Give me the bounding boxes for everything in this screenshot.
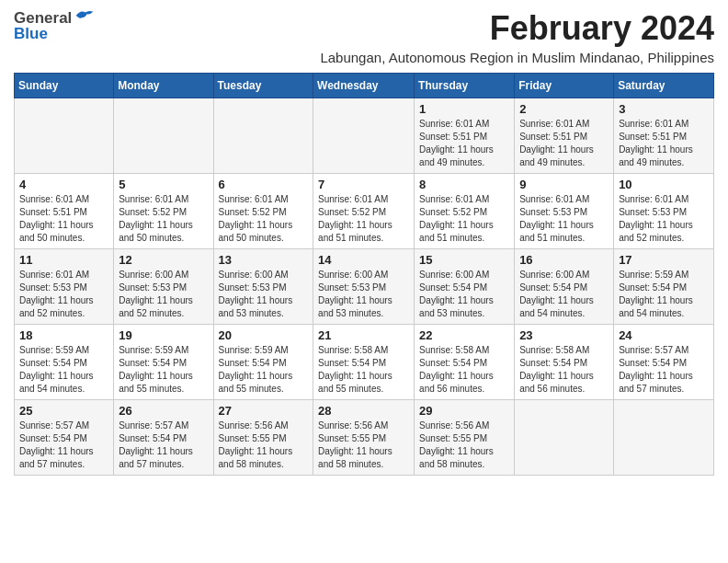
day-info: Sunrise: 5:57 AM Sunset: 5:54 PM Dayligh… xyxy=(119,419,208,471)
calendar-cell: 2Sunrise: 6:01 AM Sunset: 5:51 PM Daylig… xyxy=(515,98,614,174)
day-header-wednesday: Wednesday xyxy=(313,74,415,98)
calendar-cell: 12Sunrise: 6:00 AM Sunset: 5:53 PM Dayli… xyxy=(114,249,213,325)
day-header-saturday: Saturday xyxy=(614,74,714,98)
calendar-cell: 3Sunrise: 6:01 AM Sunset: 5:51 PM Daylig… xyxy=(614,98,714,174)
calendar-cell: 28Sunrise: 5:56 AM Sunset: 5:55 PM Dayli… xyxy=(313,400,415,476)
calendar-cell: 23Sunrise: 5:58 AM Sunset: 5:54 PM Dayli… xyxy=(515,325,614,400)
day-number: 21 xyxy=(318,328,409,342)
day-info: Sunrise: 6:01 AM Sunset: 5:52 PM Dayligh… xyxy=(318,193,409,245)
day-info: Sunrise: 6:00 AM Sunset: 5:54 PM Dayligh… xyxy=(419,269,509,320)
day-number: 29 xyxy=(419,404,509,418)
day-info: Sunrise: 5:59 AM Sunset: 5:54 PM Dayligh… xyxy=(219,344,309,396)
day-number: 25 xyxy=(19,404,108,418)
calendar-cell: 25Sunrise: 5:57 AM Sunset: 5:54 PM Dayli… xyxy=(15,400,114,476)
day-info: Sunrise: 6:01 AM Sunset: 5:51 PM Dayligh… xyxy=(519,118,609,169)
calendar-cell: 21Sunrise: 5:58 AM Sunset: 5:54 PM Dayli… xyxy=(313,325,415,400)
calendar-week-row: 1Sunrise: 6:01 AM Sunset: 5:51 PM Daylig… xyxy=(15,98,714,174)
calendar-cell: 19Sunrise: 5:59 AM Sunset: 5:54 PM Dayli… xyxy=(114,325,213,400)
day-info: Sunrise: 5:56 AM Sunset: 5:55 PM Dayligh… xyxy=(318,419,409,471)
calendar-cell xyxy=(15,98,114,174)
day-number: 23 xyxy=(519,328,609,342)
calendar-cell: 14Sunrise: 6:00 AM Sunset: 5:53 PM Dayli… xyxy=(313,249,415,325)
calendar-cell xyxy=(313,98,415,174)
subtitle: Labungan, Autonomous Region in Muslim Mi… xyxy=(115,50,714,65)
day-header-monday: Monday xyxy=(114,74,213,98)
calendar-cell: 4Sunrise: 6:01 AM Sunset: 5:51 PM Daylig… xyxy=(15,174,114,249)
calendar-cell: 20Sunrise: 5:59 AM Sunset: 5:54 PM Dayli… xyxy=(213,325,313,400)
day-number: 15 xyxy=(419,253,509,267)
day-number: 28 xyxy=(318,404,409,418)
day-info: Sunrise: 6:00 AM Sunset: 5:53 PM Dayligh… xyxy=(318,269,409,320)
calendar-week-row: 25Sunrise: 5:57 AM Sunset: 5:54 PM Dayli… xyxy=(15,400,714,476)
day-number: 17 xyxy=(619,253,709,267)
day-info: Sunrise: 6:01 AM Sunset: 5:53 PM Dayligh… xyxy=(519,193,609,245)
calendar-cell xyxy=(213,98,313,174)
calendar-cell: 9Sunrise: 6:01 AM Sunset: 5:53 PM Daylig… xyxy=(515,174,614,249)
day-header-sunday: Sunday xyxy=(15,74,114,98)
day-number: 12 xyxy=(119,253,208,267)
day-info: Sunrise: 5:58 AM Sunset: 5:54 PM Dayligh… xyxy=(519,344,609,396)
day-number: 9 xyxy=(519,178,609,191)
day-number: 4 xyxy=(19,178,108,191)
day-number: 8 xyxy=(419,178,509,191)
day-info: Sunrise: 5:58 AM Sunset: 5:54 PM Dayligh… xyxy=(318,344,409,396)
logo-general: General xyxy=(14,10,72,26)
day-info: Sunrise: 5:56 AM Sunset: 5:55 PM Dayligh… xyxy=(419,419,509,471)
day-number: 14 xyxy=(318,253,409,267)
day-info: Sunrise: 6:01 AM Sunset: 5:52 PM Dayligh… xyxy=(219,193,309,245)
day-info: Sunrise: 6:01 AM Sunset: 5:53 PM Dayligh… xyxy=(19,269,108,320)
calendar-table: SundayMondayTuesdayWednesdayThursdayFrid… xyxy=(14,73,714,476)
day-header-tuesday: Tuesday xyxy=(213,74,313,98)
calendar-cell: 5Sunrise: 6:01 AM Sunset: 5:52 PM Daylig… xyxy=(114,174,213,249)
calendar-cell: 29Sunrise: 5:56 AM Sunset: 5:55 PM Dayli… xyxy=(415,400,515,476)
logo: General Blue xyxy=(14,9,115,41)
logo-blue: Blue xyxy=(14,26,48,41)
bird-icon xyxy=(74,7,95,24)
calendar-week-row: 11Sunrise: 6:01 AM Sunset: 5:53 PM Dayli… xyxy=(15,249,714,325)
calendar-cell xyxy=(114,98,213,174)
calendar-week-row: 4Sunrise: 6:01 AM Sunset: 5:51 PM Daylig… xyxy=(15,174,714,249)
day-number: 19 xyxy=(119,328,208,342)
calendar-cell: 11Sunrise: 6:01 AM Sunset: 5:53 PM Dayli… xyxy=(15,249,114,325)
day-number: 22 xyxy=(419,328,509,342)
day-number: 6 xyxy=(219,178,309,191)
title-area: February 2024 Labungan, Autonomous Regio… xyxy=(115,9,714,65)
days-header-row: SundayMondayTuesdayWednesdayThursdayFrid… xyxy=(15,74,714,98)
day-number: 26 xyxy=(119,404,208,418)
day-info: Sunrise: 6:01 AM Sunset: 5:52 PM Dayligh… xyxy=(119,193,208,245)
calendar-cell: 1Sunrise: 6:01 AM Sunset: 5:51 PM Daylig… xyxy=(415,98,515,174)
day-number: 11 xyxy=(19,253,108,267)
calendar-cell xyxy=(515,400,614,476)
day-info: Sunrise: 5:59 AM Sunset: 5:54 PM Dayligh… xyxy=(619,269,709,320)
day-number: 3 xyxy=(619,102,709,116)
day-header-thursday: Thursday xyxy=(415,74,515,98)
day-info: Sunrise: 6:00 AM Sunset: 5:54 PM Dayligh… xyxy=(519,269,609,320)
calendar-cell: 8Sunrise: 6:01 AM Sunset: 5:52 PM Daylig… xyxy=(415,174,515,249)
day-info: Sunrise: 6:01 AM Sunset: 5:52 PM Dayligh… xyxy=(419,193,509,245)
calendar-cell: 7Sunrise: 6:01 AM Sunset: 5:52 PM Daylig… xyxy=(313,174,415,249)
day-info: Sunrise: 6:01 AM Sunset: 5:51 PM Dayligh… xyxy=(19,193,108,245)
day-number: 1 xyxy=(419,102,509,116)
calendar-cell: 24Sunrise: 5:57 AM Sunset: 5:54 PM Dayli… xyxy=(614,325,714,400)
day-number: 27 xyxy=(219,404,309,418)
day-info: Sunrise: 5:58 AM Sunset: 5:54 PM Dayligh… xyxy=(419,344,509,396)
day-number: 24 xyxy=(619,328,709,342)
day-header-friday: Friday xyxy=(515,74,614,98)
calendar-cell: 15Sunrise: 6:00 AM Sunset: 5:54 PM Dayli… xyxy=(415,249,515,325)
day-number: 13 xyxy=(219,253,309,267)
day-number: 2 xyxy=(519,102,609,116)
main-title: February 2024 xyxy=(115,9,714,48)
day-number: 5 xyxy=(119,178,208,191)
calendar-cell: 17Sunrise: 5:59 AM Sunset: 5:54 PM Dayli… xyxy=(614,249,714,325)
day-info: Sunrise: 6:01 AM Sunset: 5:51 PM Dayligh… xyxy=(619,118,709,169)
day-number: 16 xyxy=(519,253,609,267)
day-info: Sunrise: 6:01 AM Sunset: 5:53 PM Dayligh… xyxy=(619,193,709,245)
calendar-cell: 26Sunrise: 5:57 AM Sunset: 5:54 PM Dayli… xyxy=(114,400,213,476)
calendar-week-row: 18Sunrise: 5:59 AM Sunset: 5:54 PM Dayli… xyxy=(15,325,714,400)
header-row: General Blue February 2024 Labungan, Aut… xyxy=(14,9,714,65)
day-info: Sunrise: 5:59 AM Sunset: 5:54 PM Dayligh… xyxy=(119,344,208,396)
day-info: Sunrise: 6:00 AM Sunset: 5:53 PM Dayligh… xyxy=(219,269,309,320)
day-info: Sunrise: 6:00 AM Sunset: 5:53 PM Dayligh… xyxy=(119,269,208,320)
day-info: Sunrise: 6:01 AM Sunset: 5:51 PM Dayligh… xyxy=(419,118,509,169)
calendar-cell: 27Sunrise: 5:56 AM Sunset: 5:55 PM Dayli… xyxy=(213,400,313,476)
